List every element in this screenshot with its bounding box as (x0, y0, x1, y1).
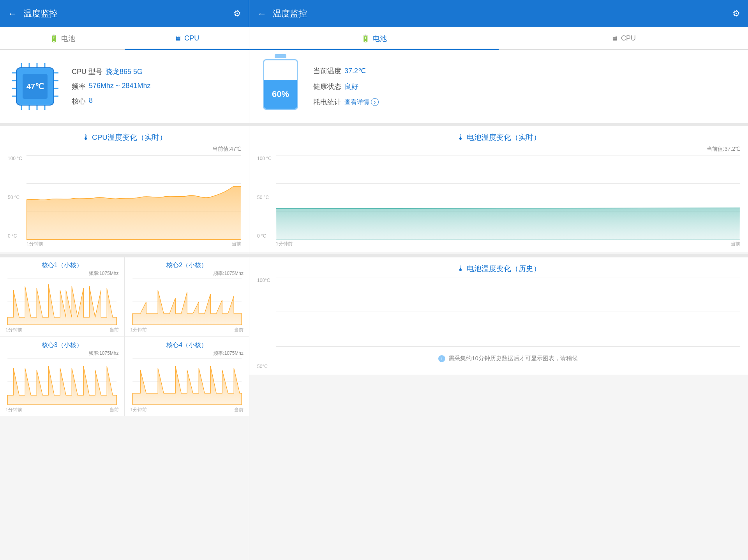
cpu-cores-label: 核心 (72, 97, 86, 106)
left-tabs: 🔋 电池 🖥 CPU (0, 27, 249, 50)
cpu-chart-title: 🌡 CPU温度变化（实时） (8, 132, 241, 143)
divider-right (249, 254, 748, 257)
tab-battery-label-right: 电池 (373, 34, 387, 43)
core-2-x-start: 1分钟前 (131, 327, 147, 333)
battery-temp-value: 37.2℃ (344, 67, 366, 75)
core-4-x-labels: 1分钟前 当前 (131, 407, 244, 413)
core-2-svg (131, 278, 244, 325)
right-header-left: ← 温度监控 (257, 8, 307, 19)
battery-history-y-labels: 100°C 50°C (257, 277, 270, 370)
core-3-svg (5, 358, 119, 405)
tab-battery-label-left: 电池 (61, 34, 75, 43)
battery-realtime-chart-section: 🌡 电池温度变化（实时） 当前值:37.2℃ 100 °C 50 °C 0 °C (249, 126, 748, 252)
divider-left (0, 254, 249, 257)
cpu-freq-value: 576Mhz ~ 2841Mhz (89, 82, 151, 91)
settings-button-right[interactable]: ⚙ (732, 9, 740, 19)
battery-percent: 60% (272, 89, 289, 99)
battery-chart-container: 100 °C 50 °C 0 °C (257, 155, 740, 247)
battery-health-label: 健康状态 (313, 82, 341, 91)
cpu-cores-value: 8 (89, 97, 93, 106)
battery-hist-y-100: 100°C (257, 278, 270, 283)
history-notice-text: 需采集约10分钟历史数据后才可显示图表，请稍候 (448, 355, 578, 362)
cpu-info-section: 47℃ CPU 型号 骁龙865 5G 频率 576Mhz ~ 2841Mhz … (0, 50, 249, 126)
cpu-cores-row: 核心 8 (72, 97, 151, 106)
battery-body: 60% (263, 59, 298, 110)
core-3-x-labels: 1分钟前 当前 (5, 407, 119, 413)
battery-power-row: 耗电统计 查看详情 › (313, 97, 379, 107)
core-4-x-end: 当前 (234, 407, 243, 413)
settings-button-left[interactable]: ⚙ (233, 9, 241, 19)
battery-health-value: 良好 (344, 82, 358, 91)
core-4-x-start: 1分钟前 (131, 407, 147, 413)
core-3-title: 核心3（小核） (5, 341, 119, 349)
battery-history-container: 100°C 50°C i 需采集约10分钟历史数据后才可显示图表，请稍候 (257, 277, 740, 370)
thermometer-icon-battery: 🌡 (457, 133, 464, 142)
cpu-y-100: 100 °C (8, 156, 22, 161)
core-1-svg (5, 278, 119, 325)
cpu-x-start: 1分钟前 (26, 241, 43, 247)
cpu-chart-area: 1分钟前 当前 (26, 155, 241, 247)
cores-grid: 核心1（小核） 频率:1075Mhz 1分钟前 当前 (0, 257, 249, 416)
battery-x-labels: 1分钟前 当前 (276, 241, 740, 247)
cpu-chart-svg (26, 155, 241, 241)
core-2-x-end: 当前 (234, 327, 243, 333)
cpu-model-value: 骁龙865 5G (106, 67, 143, 76)
core-1-chart: 核心1（小核） 频率:1075Mhz 1分钟前 当前 (0, 257, 124, 336)
back-button-right[interactable]: ← (257, 8, 266, 19)
core-4-freq: 频率:1075Mhz (131, 350, 244, 357)
cpu-icon-left: 🖥 (174, 34, 181, 42)
core-4-title: 核心4（小核） (131, 341, 244, 349)
core-1-x-labels: 1分钟前 当前 (5, 327, 119, 333)
cpu-x-end: 当前 (232, 241, 241, 247)
battery-y-50: 50 °C (257, 195, 272, 200)
tab-cpu-left[interactable]: 🖥 CPU (125, 28, 249, 50)
cpu-x-labels: 1分钟前 当前 (26, 241, 241, 247)
core-2-x-labels: 1分钟前 当前 (131, 327, 244, 333)
battery-y-100: 100 °C (257, 156, 272, 161)
battery-history-chart-area: i 需采集约10分钟历史数据后才可显示图表，请稍候 (276, 277, 740, 370)
cpu-chart-container: 100 °C 50 °C 0 °C (8, 155, 241, 247)
right-panel: ← 温度监控 ⚙ 🔋 电池 🖥 CPU 60% (249, 0, 748, 560)
battery-temp-label: 当前温度 (313, 66, 341, 76)
tab-cpu-label-left: CPU (184, 34, 199, 42)
battery-chart-area: 1分钟前 当前 (276, 155, 740, 247)
battery-fill: 60% (264, 80, 297, 109)
app-title-right: 温度监控 (273, 8, 307, 19)
battery-power-label: 耗电统计 (313, 97, 341, 107)
cpu-freq-row: 频率 576Mhz ~ 2841Mhz (72, 82, 151, 91)
core-1-freq: 频率:1075Mhz (5, 270, 119, 277)
core-3-x-start: 1分钟前 (5, 407, 22, 413)
battery-temp-row: 当前温度 37.2℃ (313, 66, 379, 76)
tab-cpu-right[interactable]: 🖥 CPU (499, 28, 748, 50)
cpu-chip-svg: 47℃ (8, 59, 62, 114)
left-header: ← 温度监控 ⚙ (0, 0, 249, 27)
core-4-svg (131, 358, 244, 405)
battery-history-chart-section: 🌡 电池温度变化（历史） 100°C 50°C i 需采集约10分钟历史数据后才… (249, 257, 748, 375)
cpu-y-0: 0 °C (8, 233, 22, 239)
core-1-title: 核心1（小核） (5, 261, 119, 269)
cpu-model-label: CPU 型号 (72, 67, 102, 76)
cpu-chip-wrapper: 47℃ (8, 59, 62, 114)
battery-y-0: 0 °C (257, 233, 272, 239)
core-4-chart: 核心4（小核） 频率:1075Mhz 1分钟前 当前 (125, 337, 249, 416)
core-1-x-start: 1分钟前 (5, 327, 22, 333)
back-button[interactable]: ← (8, 8, 17, 19)
battery-x-end: 当前 (731, 241, 740, 247)
battery-tip (275, 54, 286, 58)
battery-icon-right: 🔋 (361, 34, 370, 43)
cpu-icon-right: 🖥 (611, 34, 618, 42)
core-3-freq: 频率:1075Mhz (5, 350, 119, 357)
tab-battery-right[interactable]: 🔋 电池 (249, 28, 499, 50)
right-header: ← 温度监控 ⚙ (249, 0, 748, 27)
battery-realtime-svg (276, 155, 740, 241)
battery-x-start: 1分钟前 (276, 241, 293, 247)
tab-battery-left[interactable]: 🔋 电池 (0, 28, 125, 50)
battery-icon-left: 🔋 (49, 34, 58, 43)
battery-detail-link[interactable]: 查看详情 › (344, 98, 379, 106)
battery-detail-text: 查看详情 (344, 98, 369, 106)
battery-health-row: 健康状态 良好 (313, 82, 379, 91)
core-2-chart: 核心2（小核） 频率:1075Mhz 1分钟前 当前 (125, 257, 249, 336)
cpu-realtime-chart-section: 🌡 CPU温度变化（实时） 当前值:47℃ 100 °C 50 °C 0 °C (0, 126, 249, 252)
cpu-y-labels: 100 °C 50 °C 0 °C (8, 155, 22, 239)
battery-details: 当前温度 37.2℃ 健康状态 良好 耗电统计 查看详情 › (313, 66, 379, 107)
